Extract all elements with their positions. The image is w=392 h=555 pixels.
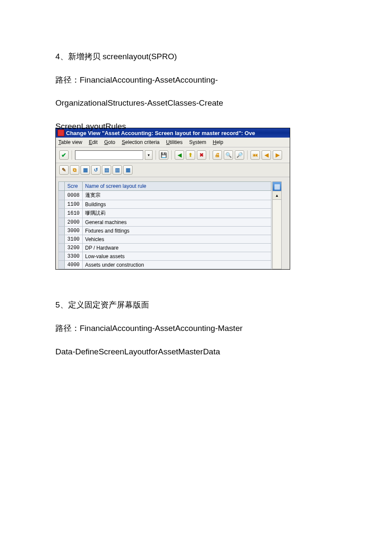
cell-code[interactable]: 3200 [65, 244, 83, 252]
menu-utilities[interactable]: Utilities [166, 139, 183, 145]
menu-edit[interactable]: Edit [89, 139, 98, 145]
print-icon[interactable]: 🖨 [213, 150, 222, 160]
section5-path-2: Data-DefineScreenLayoutforAssetMasterDat… [55, 346, 337, 358]
cancel-icon[interactable]: ✖ [197, 150, 206, 160]
find-icon[interactable]: 🔍 [224, 150, 233, 160]
command-field[interactable] [75, 150, 143, 160]
cell-name[interactable]: General machines [82, 218, 271, 227]
scroll-track[interactable] [273, 200, 281, 269]
col-name[interactable]: Name of screen layout rule [82, 182, 271, 191]
cell-code[interactable]: 3000 [65, 227, 83, 235]
table-row[interactable]: 0008 蓬寞宗 [59, 191, 271, 200]
delete-icon[interactable]: ▦ [81, 165, 90, 175]
col-select[interactable] [59, 182, 65, 191]
table-row[interactable]: 1100Buildings [59, 200, 271, 209]
standard-toolbar: ✔ ▼ 💾 ◀ ⬆ ✖ 🖨 🔍 🔎 ⏮ ◀ ▶ [56, 147, 290, 163]
table-scrollbar[interactable]: ▦ ▲ [272, 181, 282, 269]
section4-path-2: OrganizationalStructures-AssetClasses-Cr… [55, 98, 337, 109]
table-row[interactable]: 3100Vehicles [59, 235, 271, 244]
cell-code[interactable]: 3100 [65, 235, 83, 244]
cell-name[interactable]: DP / Hardware [82, 244, 271, 252]
table-settings-icon[interactable]: ▦ [273, 182, 281, 191]
cell-name[interactable]: Low-value assets [82, 252, 271, 261]
sap-window: Change View "Asset Accounting: Screen la… [55, 128, 290, 270]
separator [171, 150, 172, 160]
row-selector[interactable] [59, 261, 65, 269]
window-titlebar: Change View "Asset Accounting: Screen la… [56, 128, 290, 138]
find-next-icon[interactable]: 🔎 [235, 150, 244, 160]
row-selector[interactable] [59, 191, 65, 200]
row-selector[interactable] [59, 244, 65, 252]
enter-icon[interactable]: ✔ [59, 150, 69, 160]
cell-name[interactable]: 嗲隅訧莉 [82, 209, 271, 218]
new-entries-icon[interactable]: ✎ [59, 165, 69, 175]
cell-name[interactable]: Fixtures and fittings [82, 227, 271, 235]
command-dropdown-icon[interactable]: ▼ [145, 150, 153, 160]
section5-heading: 5、定义固定资产屏幕版面 [55, 299, 337, 311]
scroll-up-icon[interactable]: ▲ [273, 191, 281, 200]
table-row[interactable]: 1610嗲隅訧莉 [59, 209, 271, 218]
table-row[interactable]: 2000General machines [59, 218, 271, 227]
menu-system[interactable]: System [189, 139, 206, 145]
menu-table-view[interactable]: TTable viewable view [58, 139, 82, 145]
copy-icon[interactable]: ⧉ [70, 165, 79, 175]
app-icon [58, 129, 64, 136]
row-selector[interactable] [59, 209, 65, 218]
cell-code[interactable]: 3300 [65, 252, 83, 261]
menu-goto[interactable]: Goto [104, 139, 115, 145]
separator [72, 150, 72, 160]
table-row[interactable]: 3000Fixtures and fittings [59, 227, 271, 235]
window-title: Change View "Asset Accounting: Screen la… [66, 130, 255, 136]
cell-code[interactable]: 2000 [65, 218, 83, 227]
separator [156, 150, 156, 160]
row-selector[interactable] [59, 235, 65, 244]
row-selector[interactable] [59, 227, 65, 235]
row-selector[interactable] [59, 252, 65, 261]
application-toolbar: ✎ ⧉ ▦ ↺ ▤ ▥ ▦ [56, 163, 290, 177]
cell-code[interactable]: 0008 [65, 191, 83, 200]
select-all-icon[interactable]: ▤ [102, 165, 111, 175]
save-icon[interactable]: 💾 [159, 150, 168, 160]
section4-heading: 4、新增拷贝 screenlayout(SPRO) [55, 51, 337, 63]
table-row[interactable]: 3300Low-value assets [59, 252, 271, 261]
back-icon[interactable]: ◀ [175, 150, 184, 160]
config-icon[interactable]: ▦ [123, 165, 133, 175]
first-page-icon[interactable]: ⏮ [251, 150, 260, 160]
menu-selection-criteria[interactable]: Selection criteria [122, 139, 160, 145]
undo-icon[interactable]: ↺ [91, 165, 101, 175]
col-screen-layout[interactable]: Scre [65, 182, 83, 191]
row-selector[interactable] [59, 218, 65, 227]
cell-code[interactable]: 1100 [65, 200, 83, 209]
menu-help[interactable]: Help [213, 139, 223, 145]
exit-icon[interactable]: ⬆ [186, 150, 195, 160]
screen-layout-table: Scre Name of screen layout rule 0008 蓬寞宗… [58, 181, 271, 269]
table-area: Scre Name of screen layout rule 0008 蓬寞宗… [56, 177, 290, 269]
section5-path-1: 路径：FinancialAccounting-AssetAccounting-M… [55, 323, 337, 334]
next-page-icon[interactable]: ▶ [273, 150, 282, 160]
table-row[interactable]: 3200DP / Hardware [59, 244, 271, 252]
menu-bar: TTable viewable view Edit Goto Selection… [56, 138, 290, 147]
deselect-all-icon[interactable]: ▥ [112, 165, 122, 175]
cell-name[interactable]: Vehicles [82, 235, 271, 244]
cell-name[interactable]: 蓬寞宗 [82, 191, 271, 200]
cell-code[interactable]: 4000 [65, 261, 83, 269]
section4-path-1: 路径：FinancialAccounting-AssetAccounting- [55, 75, 337, 86]
row-selector[interactable] [59, 200, 65, 209]
prev-page-icon[interactable]: ◀ [262, 150, 271, 160]
cell-code[interactable]: 1610 [65, 209, 83, 218]
cell-name[interactable]: Assets under construction [82, 261, 271, 269]
cell-name[interactable]: Buildings [82, 200, 271, 209]
table-row[interactable]: 4000Assets under construction [59, 261, 271, 269]
separator [247, 150, 248, 160]
separator [209, 150, 210, 160]
